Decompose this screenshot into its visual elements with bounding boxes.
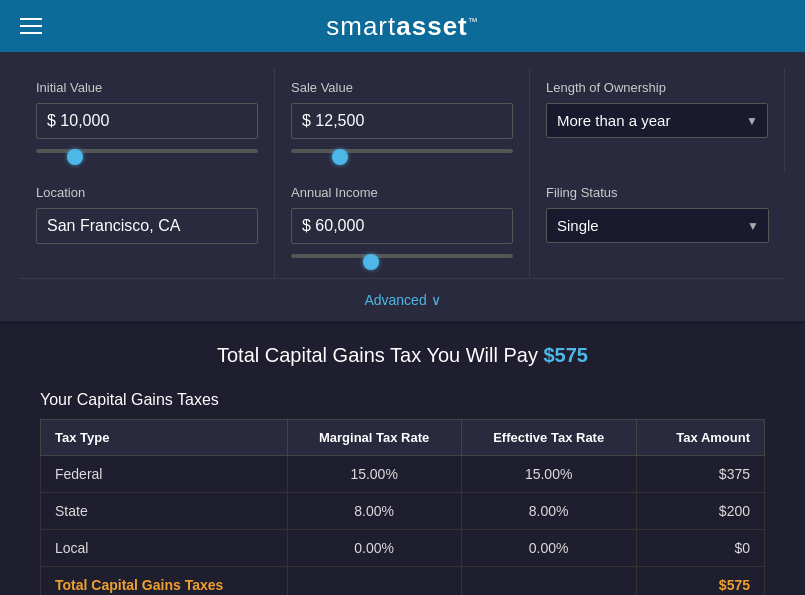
federal-type: Federal: [41, 456, 288, 493]
ownership-cell: Length of Ownership Less than a year Mor…: [530, 68, 785, 173]
app-header: smartasset™: [0, 0, 805, 52]
ownership-select[interactable]: Less than a year More than a year: [546, 103, 768, 138]
filing-status-select-wrapper: Single Married Filing Jointly Married Fi…: [546, 208, 769, 243]
advanced-toggle[interactable]: Advanced ∨: [364, 292, 440, 308]
federal-effective: 15.00%: [461, 456, 636, 493]
state-amount: $200: [636, 493, 764, 530]
initial-value-slider[interactable]: [36, 149, 258, 153]
total-amount-cell: $575: [636, 567, 764, 596]
logo: smartasset™: [326, 11, 479, 42]
total-tax-label: Total Capital Gains Tax You Will Pay: [217, 344, 538, 366]
col-amount: Tax Amount: [636, 420, 764, 456]
annual-income-cell: Annual Income: [275, 173, 530, 278]
sale-value-cell: Sale Value: [275, 68, 530, 173]
total-effective: [461, 567, 636, 596]
ownership-select-wrapper: Less than a year More than a year ▼: [546, 103, 768, 138]
total-marginal: [287, 567, 461, 596]
table-row: Federal 15.00% 15.00% $375: [41, 456, 765, 493]
initial-value-label: Initial Value: [36, 80, 258, 95]
annual-income-slider[interactable]: [291, 254, 513, 258]
initial-value-cell: Initial Value: [20, 68, 275, 173]
section-title: Your Capital Gains Taxes: [40, 391, 765, 409]
annual-income-input[interactable]: [291, 208, 513, 244]
federal-amount: $375: [636, 456, 764, 493]
table-row: State 8.00% 8.00% $200: [41, 493, 765, 530]
filing-status-select[interactable]: Single Married Filing Jointly Married Fi…: [546, 208, 769, 243]
sale-value-input[interactable]: [291, 103, 513, 139]
tax-table: Tax Type Marginal Tax Rate Effective Tax…: [40, 419, 765, 595]
total-tax-amount: $575: [543, 344, 588, 366]
col-marginal: Marginal Tax Rate: [287, 420, 461, 456]
table-body: Federal 15.00% 15.00% $375 State 8.00% 8…: [41, 456, 765, 596]
table-row: Local 0.00% 0.00% $0: [41, 530, 765, 567]
col-effective: Effective Tax Rate: [461, 420, 636, 456]
calculator-form: Initial Value Sale Value Length of Owner…: [0, 52, 805, 324]
filing-status-label: Filing Status: [546, 185, 769, 200]
advanced-bar: Advanced ∨: [20, 278, 785, 321]
sale-value-label: Sale Value: [291, 80, 513, 95]
total-tax-line: Total Capital Gains Tax You Will Pay $57…: [40, 344, 765, 367]
state-type: State: [41, 493, 288, 530]
initial-value-input[interactable]: [36, 103, 258, 139]
col-tax-type: Tax Type: [41, 420, 288, 456]
logo-tm: ™: [468, 16, 479, 27]
location-label: Location: [36, 185, 258, 200]
local-marginal: 0.00%: [287, 530, 461, 567]
local-amount: $0: [636, 530, 764, 567]
logo-asset: asset: [396, 11, 468, 41]
results-area: Total Capital Gains Tax You Will Pay $57…: [0, 324, 805, 595]
menu-button[interactable]: [20, 18, 42, 34]
sale-value-slider[interactable]: [291, 149, 513, 153]
state-marginal: 8.00%: [287, 493, 461, 530]
annual-income-label: Annual Income: [291, 185, 513, 200]
filing-status-cell: Filing Status Single Married Filing Join…: [530, 173, 785, 278]
total-row: Total Capital Gains Taxes $575: [41, 567, 765, 596]
header-row: Tax Type Marginal Tax Rate Effective Tax…: [41, 420, 765, 456]
total-type: Total Capital Gains Taxes: [41, 567, 288, 596]
local-type: Local: [41, 530, 288, 567]
state-effective: 8.00%: [461, 493, 636, 530]
local-effective: 0.00%: [461, 530, 636, 567]
location-input[interactable]: [36, 208, 258, 244]
form-grid: Initial Value Sale Value Length of Owner…: [20, 68, 785, 278]
ownership-label: Length of Ownership: [546, 80, 768, 95]
federal-marginal: 15.00%: [287, 456, 461, 493]
table-header: Tax Type Marginal Tax Rate Effective Tax…: [41, 420, 765, 456]
logo-smart: smart: [326, 11, 396, 41]
location-cell: Location: [20, 173, 275, 278]
